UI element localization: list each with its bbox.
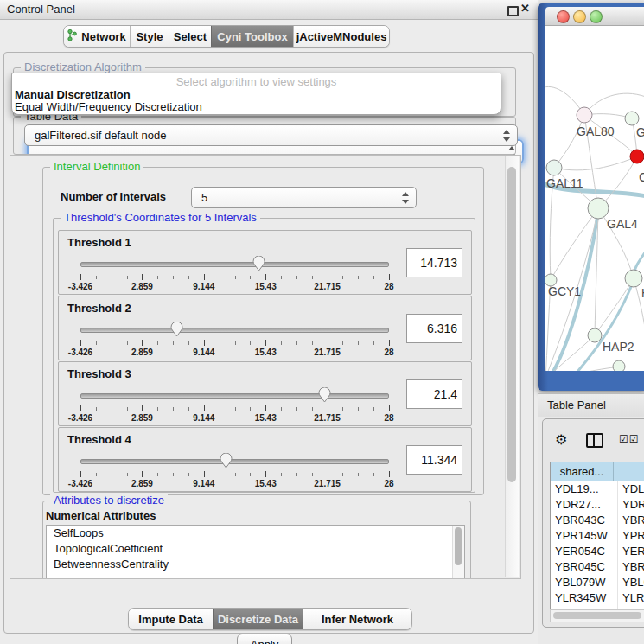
tab-discretize-data[interactable]: Discretize Data bbox=[213, 609, 303, 629]
thresholds-group: Threshold's Coordinates for 5 Intervals … bbox=[53, 218, 475, 493]
dropdown-option-manual-discretization[interactable]: Manual Discretization bbox=[15, 88, 131, 101]
table-cell[interactable]: YPR1 bbox=[618, 528, 644, 544]
table-cell[interactable]: YBR0 bbox=[618, 559, 644, 575]
slider-thumb[interactable] bbox=[252, 256, 265, 271]
network-view-window[interactable]: GAL80GCGAL11GAL4GCY1HHAP2 bbox=[538, 3, 644, 391]
table-row[interactable]: YLR345WYLR3 bbox=[551, 590, 644, 606]
threshold-1-box: Threshold 1 -3.4262.8599.14415.4321.7152… bbox=[58, 230, 472, 295]
slider-tick-labels: -3.4262.8599.14415.4321.71528 bbox=[80, 282, 389, 292]
dropdown-hint: Select algorithm to view settings bbox=[12, 75, 501, 88]
network-node[interactable] bbox=[546, 160, 562, 175]
tab-cyni-toolbox[interactable]: Cyni Toolbox bbox=[211, 26, 293, 47]
network-node[interactable] bbox=[588, 328, 602, 342]
threshold-4-value-field[interactable]: 11.344 bbox=[406, 445, 462, 475]
scrollbar-thumb[interactable] bbox=[507, 167, 516, 482]
table-horizontal-scrollbar[interactable] bbox=[550, 609, 644, 622]
tick-label: 21.715 bbox=[314, 413, 341, 423]
tab-network[interactable]: Network bbox=[64, 26, 130, 47]
column-header-name[interactable]: na bbox=[614, 462, 644, 481]
tick-label: 28 bbox=[384, 348, 393, 357]
close-icon[interactable]: ✕ bbox=[520, 2, 530, 15]
tick-mark bbox=[188, 341, 189, 345]
gear-icon[interactable]: ⚙ bbox=[555, 431, 567, 448]
columns-icon[interactable] bbox=[586, 433, 603, 448]
attribute-list-item[interactable]: TopologicalCoefficient bbox=[47, 541, 464, 557]
network-canvas[interactable]: GAL80GCGAL11GAL4GCY1HHAP2 bbox=[545, 26, 644, 371]
panel-scrollbar[interactable] bbox=[505, 156, 519, 577]
network-node[interactable] bbox=[625, 270, 642, 287]
network-window-titlebar[interactable] bbox=[545, 7, 644, 26]
table-cell[interactable]: YDR2 bbox=[618, 497, 644, 513]
table-toolbar: ⚙ ☑☑ bbox=[550, 431, 644, 449]
table-row[interactable]: YDL19...YDL1 bbox=[551, 481, 644, 497]
tab-select[interactable]: Select bbox=[169, 26, 211, 47]
table-cell[interactable]: YER0 bbox=[618, 544, 644, 559]
num-intervals-select[interactable]: 5 bbox=[191, 187, 417, 208]
table-cell[interactable]: YBL0 bbox=[618, 575, 644, 590]
float-window-icon[interactable] bbox=[507, 6, 519, 16]
tab-jactivemnodules[interactable]: jActiveMNodules bbox=[293, 26, 389, 47]
tab-infer-network[interactable]: Infer Network bbox=[303, 609, 411, 629]
threshold-3-slider[interactable] bbox=[80, 393, 389, 399]
network-tab-icon bbox=[67, 29, 77, 43]
table-cell[interactable]: YDL1 bbox=[618, 481, 644, 497]
table-panel-titlebar: Table Panel bbox=[538, 393, 644, 417]
slider-thumb[interactable] bbox=[170, 322, 183, 337]
tick-mark bbox=[250, 407, 251, 411]
minimize-traffic-light[interactable] bbox=[573, 10, 586, 23]
attribute-list-item[interactable]: BetweennessCentrality bbox=[47, 557, 464, 572]
tick-mark bbox=[373, 341, 374, 345]
threshold-2-box: Threshold 2 -3.4262.8599.14415.4321.7152… bbox=[58, 296, 472, 360]
attribute-list-item[interactable]: SelfLoops bbox=[47, 526, 464, 541]
close-traffic-light[interactable] bbox=[557, 10, 570, 23]
table-row[interactable]: YPR145WYPR1 bbox=[551, 528, 644, 544]
tick-mark bbox=[204, 340, 205, 346]
network-node[interactable] bbox=[630, 150, 644, 163]
list-scrollbar[interactable] bbox=[452, 526, 464, 579]
tab-impute-data[interactable]: Impute Data bbox=[129, 609, 213, 629]
slider-thumb[interactable] bbox=[220, 453, 233, 469]
column-header-shared-name[interactable]: shared... bbox=[551, 462, 614, 481]
table-row[interactable]: YDR27...YDR2 bbox=[551, 497, 644, 513]
threshold-3-value-field[interactable]: 21.4 bbox=[406, 379, 462, 409]
tick-label: -3.426 bbox=[68, 479, 92, 488]
network-node[interactable] bbox=[577, 107, 592, 123]
table-row[interactable]: YER054CYER0 bbox=[551, 544, 644, 559]
table-cell[interactable]: YBR045C bbox=[551, 559, 618, 575]
checkbox-icons[interactable]: ☑☑ bbox=[619, 433, 640, 445]
tick-mark bbox=[142, 471, 143, 477]
table-cell[interactable]: YDR27... bbox=[551, 497, 618, 513]
threshold-4-slider[interactable] bbox=[80, 459, 389, 464]
node-label: GAL80 bbox=[577, 124, 615, 138]
network-node[interactable] bbox=[625, 112, 639, 125]
network-node[interactable] bbox=[588, 198, 609, 219]
threshold-2-value-field[interactable]: 6.316 bbox=[406, 314, 462, 343]
table-cell[interactable]: YDL19... bbox=[551, 481, 618, 497]
threshold-1-value-field[interactable]: 14.713 bbox=[406, 248, 462, 277]
numerical-attributes-list[interactable]: SelfLoopsTopologicalCoefficientBetweenne… bbox=[46, 525, 465, 579]
table-cell[interactable]: YER054C bbox=[551, 544, 618, 559]
tab-style[interactable]: Style bbox=[130, 26, 169, 47]
table-cell[interactable]: YLR345W bbox=[551, 590, 618, 606]
threshold-2-slider[interactable] bbox=[80, 328, 389, 333]
table-data-select[interactable]: galFiltered.sif default node bbox=[24, 124, 518, 146]
tick-mark bbox=[188, 276, 189, 279]
network-node[interactable] bbox=[613, 360, 625, 371]
threshold-1-slider[interactable] bbox=[80, 262, 389, 267]
dropdown-option-equal-width-frequency[interactable]: Equal Width/Frequency Discretization bbox=[15, 100, 202, 113]
table-row[interactable]: YBR045CYBR0 bbox=[551, 559, 644, 575]
table-cell[interactable]: YBL079W bbox=[551, 575, 618, 590]
scrollbar-thumb[interactable] bbox=[553, 612, 641, 619]
slider-thumb[interactable] bbox=[318, 387, 331, 403]
zoom-traffic-light[interactable] bbox=[590, 10, 603, 23]
apply-button[interactable]: Apply bbox=[237, 634, 292, 644]
table-cell[interactable]: YBR0 bbox=[618, 513, 644, 528]
table-row[interactable]: YBR043CYBR0 bbox=[551, 513, 644, 528]
table-cell[interactable]: YLR3 bbox=[618, 590, 644, 606]
tick-label: -3.426 bbox=[68, 282, 92, 291]
scrollbar-thumb[interactable] bbox=[455, 527, 462, 565]
table-cell[interactable]: YBR043C bbox=[551, 513, 618, 528]
tick-label: -3.426 bbox=[68, 348, 92, 357]
table-row[interactable]: YBL079WYBL0 bbox=[551, 575, 644, 590]
table-cell[interactable]: YPR145W bbox=[551, 528, 618, 544]
